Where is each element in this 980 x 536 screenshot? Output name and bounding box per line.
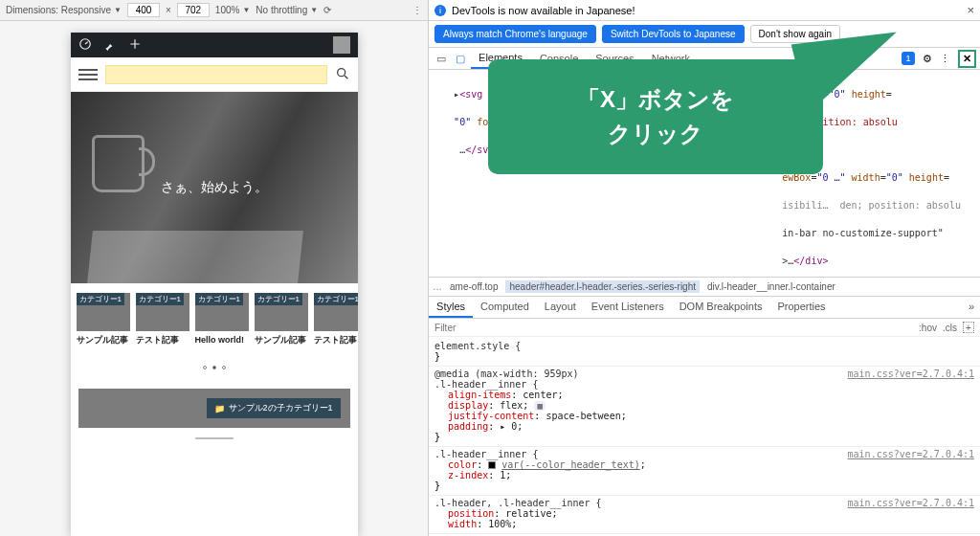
- crumb-item[interactable]: ame-off.top: [446, 280, 501, 293]
- svg-point-1: [337, 68, 345, 76]
- hamburger-icon[interactable]: [78, 69, 98, 80]
- folder-icon: 📁: [214, 404, 225, 413]
- always-match-button[interactable]: Always match Chrome's language: [434, 25, 596, 43]
- crumb-item[interactable]: header#header.l-header.-series.-series-r…: [505, 280, 700, 293]
- category-block: 📁サンプル2の子カテゴリー1: [78, 389, 350, 428]
- crumb-item[interactable]: div.l-header__inner.l-container: [703, 280, 839, 293]
- slider-pager[interactable]: [71, 356, 358, 383]
- tab-dom-breakpoints[interactable]: DOM Breakpoints: [672, 297, 770, 318]
- styles-tabs: Styles Computed Layout Event Listeners D…: [429, 296, 980, 319]
- category-button[interactable]: 📁サンプル2の子カテゴリー1: [207, 398, 341, 418]
- tab-layout[interactable]: Layout: [537, 297, 584, 318]
- rotate-icon[interactable]: ⟳: [323, 5, 331, 15]
- source-link[interactable]: main.css?ver=2.7.0.4:1: [848, 449, 974, 459]
- more-icon[interactable]: ⋮: [940, 53, 950, 65]
- tab-event-listeners[interactable]: Event Listeners: [584, 297, 672, 318]
- device-toolbar: Dimensions: Responsive▼ × 100%▼ No throt…: [0, 0, 428, 21]
- close-devtools-button[interactable]: ✕: [958, 50, 976, 68]
- site-logo[interactable]: [105, 65, 327, 84]
- list-item[interactable]: カテゴリー1サンプル記事: [255, 293, 308, 356]
- device-toolbar-more-icon[interactable]: ⋮: [412, 5, 422, 15]
- gear-icon[interactable]: ⚙: [923, 53, 932, 65]
- device-mode-icon[interactable]: ▢: [452, 53, 469, 65]
- width-input[interactable]: [127, 3, 160, 17]
- hero-image: さぁ、始めよう。: [71, 92, 358, 283]
- cls-toggle[interactable]: .cls: [943, 323, 957, 333]
- throttling-select[interactable]: No throttling▼: [256, 5, 318, 15]
- resize-handle[interactable]: [71, 436, 358, 441]
- list-item[interactable]: カテゴリー1テスト記事: [314, 293, 358, 356]
- hov-toggle[interactable]: :hov: [919, 323, 937, 333]
- brush-icon[interactable]: [103, 37, 117, 53]
- tab-styles[interactable]: Styles: [429, 297, 473, 318]
- device-frame: さぁ、始めよう。 カテゴリー1サンプル記事 カテゴリー1テスト記事 カテゴリー1…: [71, 33, 358, 536]
- banner-close-icon[interactable]: ×: [967, 3, 974, 17]
- breadcrumb[interactable]: … ame-off.top header#header.l-header.-se…: [429, 277, 980, 296]
- list-item[interactable]: カテゴリー1サンプル記事: [77, 293, 130, 356]
- zoom-select[interactable]: 100%▼: [215, 5, 251, 15]
- height-input[interactable]: [177, 3, 210, 17]
- banner-message: DevTools is now available in Japanese!: [452, 5, 635, 16]
- device-preview-pane: Dimensions: Responsive▼ × 100%▼ No throt…: [0, 0, 428, 536]
- switch-japanese-button[interactable]: Switch DevTools to Japanese: [602, 25, 745, 43]
- post-slider[interactable]: カテゴリー1サンプル記事 カテゴリー1テスト記事 カテゴリー1Hello wor…: [71, 283, 358, 356]
- new-rule-button[interactable]: +: [963, 322, 974, 333]
- list-item[interactable]: カテゴリー1Hello world!: [195, 293, 249, 356]
- tab-properties[interactable]: Properties: [769, 297, 833, 318]
- source-link[interactable]: main.css?ver=2.7.0.4:1: [848, 368, 974, 379]
- site-header: [71, 57, 358, 92]
- hero-tagline: さぁ、始めよう。: [161, 179, 268, 196]
- wp-admin-bar: [71, 33, 358, 57]
- avatar[interactable]: [333, 36, 350, 54]
- flex-badge[interactable]: ▦: [534, 401, 545, 411]
- styles-panel[interactable]: element.style { } main.css?ver=2.7.0.4:1…: [429, 337, 980, 536]
- color-swatch[interactable]: [488, 461, 496, 469]
- list-item[interactable]: カテゴリー1テスト記事: [136, 293, 189, 356]
- plus-icon[interactable]: [128, 37, 142, 53]
- more-tabs-icon[interactable]: »: [963, 297, 980, 318]
- inspect-icon[interactable]: ▭: [433, 53, 450, 65]
- devtools-info-banner: i DevTools is now available in Japanese!…: [429, 0, 980, 21]
- styles-filter-row: :hov .cls +: [429, 319, 980, 337]
- tab-computed[interactable]: Computed: [473, 297, 537, 318]
- instruction-callout: 「X」ボタンをクリック: [488, 59, 823, 174]
- dashboard-icon[interactable]: [78, 37, 92, 53]
- info-icon: i: [434, 5, 446, 16]
- search-icon[interactable]: [335, 66, 350, 83]
- x-sep: ×: [166, 5, 171, 15]
- source-link[interactable]: main.css?ver=2.7.0.4:1: [848, 498, 974, 508]
- dimensions-select[interactable]: Dimensions: Responsive▼: [6, 5, 122, 15]
- styles-filter-input[interactable]: [429, 319, 913, 336]
